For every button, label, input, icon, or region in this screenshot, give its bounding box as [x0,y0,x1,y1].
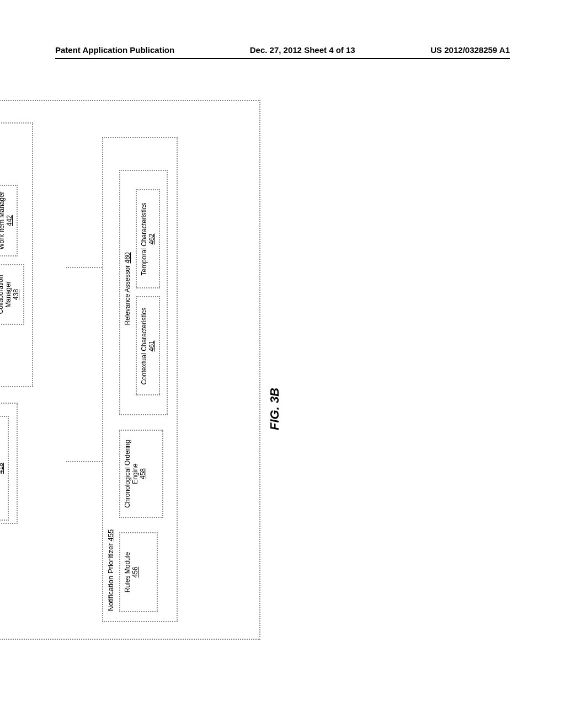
diagram-rotated-wrapper: Notification module 350 Activity Detecto… [0,188,541,552]
perms-col-2: Organization Tracker 440 Enterprise Trac… [0,185,24,256]
work-item-manager-label: Work Item Manager [0,188,6,253]
chronological-engine-ref: 458 [139,433,147,515]
collaboration-manager-label: Collaboration Manager [0,267,12,322]
relevance-assessor-label: Relevance Assessor [124,265,131,325]
relevance-assessor-title: Relevance Assessor 460 [124,173,131,412]
header-rule [55,58,510,59]
relevance-assessor-box: Relevance Assessor 460 Contextual Charac… [119,170,168,415]
permissions-inner: Workspace Manager 436 Collaboration Mana… [0,126,24,384]
relevance-assessor-ref: 460 [124,252,131,263]
contextual-characteristics-label: Contextual Characteristics [140,300,148,393]
recipient-selection-ref: 418 [0,419,4,517]
notification-prioritizer-ref: 455 [106,529,115,542]
prioritizer-inner: Rules Module 456 Chronological Ordering … [119,140,168,619]
temporal-characteristics-label: Temporal Characteristics [140,193,148,286]
relevance-inner: Contextual Characteristics 461 Temporal … [136,173,160,412]
chronological-engine-label: Chronological Ordering Engine [124,433,139,515]
rules-module-box: Rules Module 456 [119,532,158,612]
connector-2 [66,267,102,268]
notification-engine-box: Notification Engine 415 Notification Ser… [0,403,18,524]
temporal-characteristics-ref: 462 [148,193,156,286]
notification-module-box: Activity Detector 405 Notification Engin… [0,100,260,640]
notification-prioritizer-label: Notification Prioritizer [106,543,115,611]
header-left: Patent Application Publication [55,45,174,55]
connector-1 [66,461,102,462]
work-item-manager-ref: 442 [6,188,13,253]
contextual-characteristics-ref: 461 [148,300,156,393]
rules-module-ref: 456 [131,536,139,609]
work-item-manager-box: Work Item Manager 442 [0,185,18,256]
notification-prioritizer-box: Notification Prioritizer 455 Rules Modul… [102,137,178,622]
figure-label: FIG. 3B [268,388,282,430]
permissions-manager-box: Permissions Manager 435 Workspace Manage… [0,122,33,387]
top-row: Activity Detector 405 Notification Engin… [0,117,33,622]
page-header: Patent Application Publication Dec. 27, … [55,45,510,55]
chronological-engine-box: Chronological Ordering Engine 458 [119,430,163,518]
diagram: Notification module 350 Activity Detecto… [0,99,270,640]
notification-prioritizer-title: Notification Prioritizer 455 [106,140,115,619]
contextual-characteristics-box: Contextual Characteristics 461 [136,297,160,396]
collaboration-manager-ref: 438 [12,267,20,322]
temporal-characteristics-box: Temporal Characteristics 462 [136,190,160,289]
perms-col-1: Workspace Manager 436 Collaboration Mana… [0,264,24,325]
collaboration-manager-box: Collaboration Manager 438 [0,264,24,325]
bottom-row: Notification Prioritizer 455 Rules Modul… [102,117,178,622]
rules-module-label: Rules Module [124,536,131,609]
header-center: Dec. 27, 2012 Sheet 4 of 13 [250,45,355,55]
header-right: US 2012/0328259 A1 [430,45,510,55]
recipient-selection-box: Recipient Selection Module 418 [0,416,9,521]
